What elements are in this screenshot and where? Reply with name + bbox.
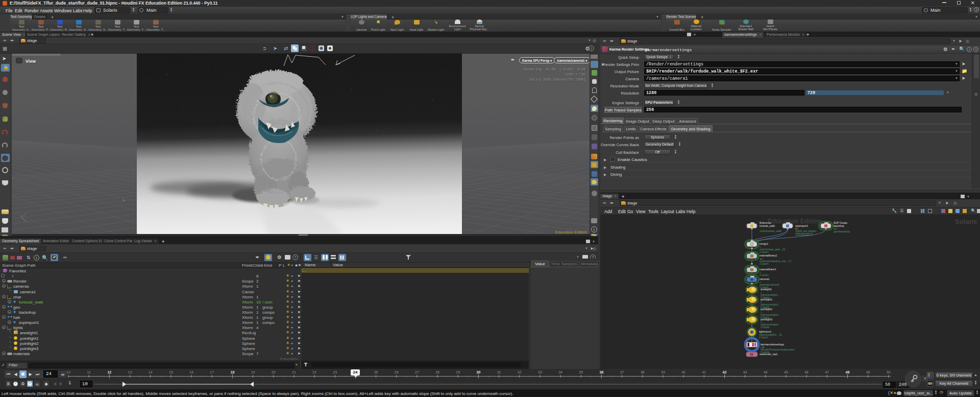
svg-text:20: 20 — [272, 370, 276, 374]
svg-text:19: 19 — [251, 370, 255, 374]
svg-text:17: 17 — [210, 370, 214, 374]
svg-text:38: 38 — [641, 370, 645, 374]
svg-text:46: 46 — [804, 370, 808, 374]
svg-text:34: 34 — [558, 370, 562, 374]
svg-text:32: 32 — [518, 370, 522, 374]
svg-text:47: 47 — [825, 370, 829, 374]
svg-text:28: 28 — [435, 370, 439, 374]
svg-text:48: 48 — [846, 370, 850, 374]
svg-text:13: 13 — [128, 370, 132, 374]
svg-text:37: 37 — [620, 370, 624, 374]
svg-text:11: 11 — [87, 370, 91, 374]
svg-text:49: 49 — [866, 370, 870, 374]
svg-text:14: 14 — [149, 370, 153, 374]
svg-text:16: 16 — [189, 370, 193, 374]
svg-text:39: 39 — [661, 370, 665, 374]
svg-text:10: 10 — [66, 370, 70, 374]
svg-text:23: 23 — [333, 370, 337, 374]
svg-text:36: 36 — [600, 370, 604, 374]
svg-text:33: 33 — [538, 370, 542, 374]
svg-text:42: 42 — [723, 370, 727, 374]
svg-text:43: 43 — [743, 370, 747, 374]
svg-text:22: 22 — [312, 370, 316, 374]
svg-text:30: 30 — [477, 370, 481, 374]
svg-text:31: 31 — [497, 370, 501, 374]
svg-text:15: 15 — [169, 370, 173, 374]
svg-text:21: 21 — [292, 370, 296, 374]
svg-text:26: 26 — [395, 370, 399, 374]
svg-text:27: 27 — [415, 370, 419, 374]
svg-text:44: 44 — [764, 370, 768, 374]
svg-text:18: 18 — [231, 370, 235, 374]
svg-text:45: 45 — [784, 370, 788, 374]
svg-text:40: 40 — [681, 370, 685, 374]
svg-text:25: 25 — [374, 370, 378, 374]
svg-text:41: 41 — [702, 370, 706, 374]
svg-text:29: 29 — [456, 370, 460, 374]
svg-text:12: 12 — [107, 370, 111, 374]
svg-text:35: 35 — [579, 370, 583, 374]
svg-text:50: 50 — [887, 370, 891, 374]
